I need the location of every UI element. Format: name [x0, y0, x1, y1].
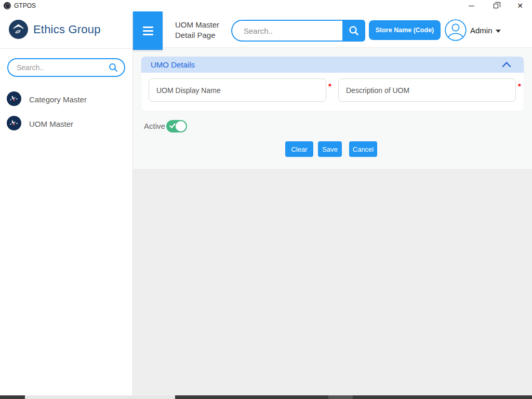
active-row: Active	[144, 120, 187, 132]
close-icon: ✕	[517, 2, 523, 9]
user-name: Admin	[470, 26, 493, 35]
window-titlebar: GTPOS ✕	[0, 0, 532, 11]
umo-details-panel: UMO Details * *	[141, 57, 524, 111]
store-name-button[interactable]: Store Name (Code)	[369, 20, 441, 40]
cancel-button[interactable]: Cancel	[349, 141, 377, 157]
user-menu[interactable]: Admin	[470, 26, 501, 35]
sidebar-item-label: Category Master	[29, 95, 87, 104]
required-asterisk: *	[328, 82, 331, 90]
page-title: UOM Master Detail Page	[175, 20, 219, 41]
chevron-down-icon	[496, 30, 501, 33]
uom-display-name-input[interactable]	[149, 78, 326, 102]
user-avatar-icon[interactable]	[445, 19, 467, 41]
app-logo-icon	[4, 2, 11, 9]
topbar: UOM Master Detail Page Store Name (Code)…	[133, 11, 532, 48]
window-title: GTPOS	[14, 2, 36, 9]
minimize-icon	[469, 6, 474, 6]
sidebar-search-box	[7, 58, 125, 77]
scrollbar-segment[interactable]	[328, 395, 353, 399]
menu-toggle-button[interactable]	[133, 11, 163, 50]
sidebar: Ethics Group Category Master	[0, 11, 133, 395]
brand-header: Ethics Group	[0, 11, 132, 49]
restore-icon	[494, 4, 498, 8]
sidebar-item-uom-master[interactable]: UOM Master	[0, 113, 132, 134]
uom-description-input[interactable]	[338, 78, 516, 102]
chevron-up-icon[interactable]	[502, 61, 511, 68]
toggle-knob	[176, 121, 186, 131]
close-button[interactable]: ✕	[511, 0, 529, 11]
horizontal-scrollbar	[0, 395, 532, 399]
gauge-icon	[7, 91, 21, 106]
minimize-button[interactable]	[462, 0, 480, 11]
search-icon	[349, 25, 359, 36]
check-icon	[169, 123, 176, 129]
save-button[interactable]: Save	[318, 141, 342, 157]
topbar-search-button[interactable]	[342, 20, 365, 42]
sidebar-item-label: UOM Master	[29, 119, 73, 128]
active-label: Active	[144, 120, 165, 132]
search-icon	[109, 63, 118, 72]
brand-name: Ethics Group	[33, 23, 101, 36]
sidebar-item-category-master[interactable]: Category Master	[0, 88, 132, 109]
panel-header[interactable]: UMO Details	[141, 57, 524, 73]
page-title-line1: UOM Master	[175, 20, 219, 30]
clear-button[interactable]: Clear	[285, 141, 313, 157]
page-title-line2: Detail Page	[175, 30, 219, 41]
content-lower-area	[133, 169, 532, 395]
sidebar-search-input[interactable]	[17, 59, 108, 76]
ethics-group-logo-icon	[9, 20, 28, 39]
main-content: UMO Details * * Active Clear Save Cancel	[133, 48, 532, 395]
required-asterisk: *	[518, 82, 521, 90]
topbar-search-input[interactable]	[231, 20, 342, 42]
gauge-icon	[7, 116, 21, 130]
active-toggle[interactable]	[166, 120, 187, 132]
scrollbar-thumb[interactable]	[25, 395, 175, 399]
app-window: GTPOS ✕ Ethics Group	[0, 0, 532, 399]
hamburger-icon	[143, 26, 153, 28]
panel-title: UMO Details	[151, 60, 195, 69]
topbar-search	[231, 20, 365, 42]
restore-button[interactable]	[487, 0, 504, 11]
